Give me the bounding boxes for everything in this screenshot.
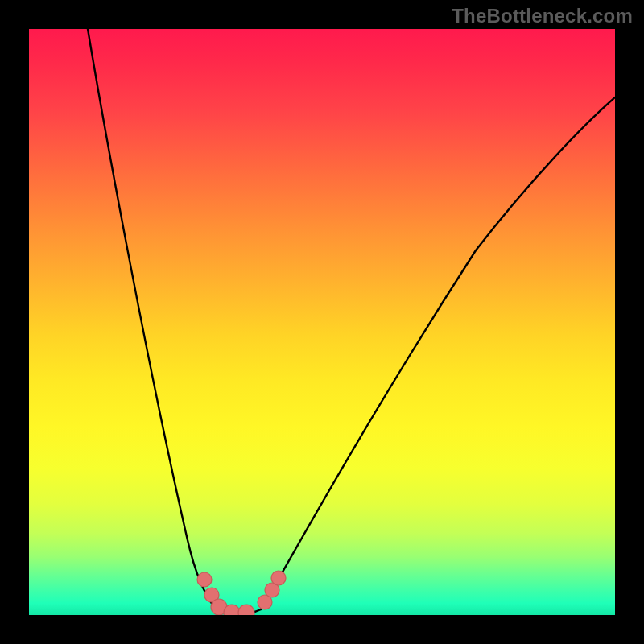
data-marker <box>238 605 254 615</box>
curve-right-branch <box>261 97 615 609</box>
chart-frame: TheBottleneck.com <box>0 0 644 644</box>
bottleneck-curve <box>29 29 615 615</box>
valley-markers <box>197 571 286 615</box>
curve-left-branch <box>88 29 216 609</box>
watermark-text: TheBottleneck.com <box>452 5 633 27</box>
plot-area <box>29 29 615 615</box>
data-marker <box>271 571 286 585</box>
data-marker <box>197 572 212 587</box>
